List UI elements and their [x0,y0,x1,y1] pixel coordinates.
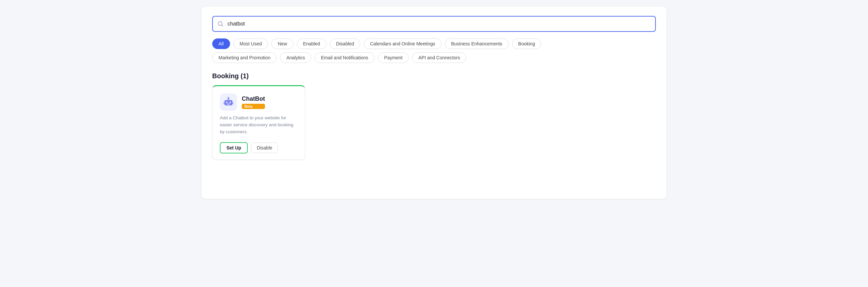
card-chatbot: ChatBot Beta Add a Chatbot to your websi… [212,85,305,160]
main-container: All Most Used New Enabled Disabled Calen… [202,7,666,199]
filter-btn-calendars[interactable]: Calendars and Online Meetings [364,38,441,49]
filter-btn-most-used[interactable]: Most Used [234,38,268,49]
filter-btn-business[interactable]: Business Enhancements [445,38,509,49]
filter-btn-payment[interactable]: Payment [378,52,409,63]
filter-row-1: All Most Used New Enabled Disabled Calen… [212,38,656,49]
card-title: ChatBot [242,96,265,102]
disable-button[interactable]: Disable [251,143,278,153]
cards-grid: ChatBot Beta Add a Chatbot to your websi… [212,85,656,160]
card-actions: Set Up Disable [220,142,298,153]
svg-point-7 [228,98,229,99]
setup-button[interactable]: Set Up [220,142,248,153]
svg-rect-2 [224,100,232,105]
svg-rect-4 [229,102,231,103]
filter-btn-enabled[interactable]: Enabled [297,38,327,49]
filter-btn-new[interactable]: New [271,38,293,49]
chatbot-icon [220,94,237,111]
svg-rect-8 [223,102,224,104]
svg-rect-3 [226,102,227,103]
filter-btn-disabled[interactable]: Disabled [330,38,360,49]
beta-badge: Beta [242,104,265,109]
filter-btn-booking[interactable]: Booking [512,38,541,49]
filter-row-2: Marketing and Promotion Analytics Email … [212,52,656,63]
search-icon [217,21,223,27]
filter-btn-analytics[interactable]: Analytics [280,52,311,63]
filter-btn-marketing[interactable]: Marketing and Promotion [212,52,277,63]
search-input[interactable] [212,16,656,32]
card-header: ChatBot Beta [220,94,298,111]
section-title: Booking (1) [212,72,656,80]
svg-line-1 [221,25,223,26]
filter-btn-all[interactable]: All [212,38,230,49]
filter-btn-email[interactable]: Email and Notifications [314,52,374,63]
svg-rect-5 [227,104,230,104]
card-title-area: ChatBot Beta [242,96,265,109]
search-container [212,16,656,32]
card-description: Add a Chatbot to your website for easier… [220,115,298,136]
filter-btn-api[interactable]: API and Connectors [412,52,466,63]
svg-rect-9 [232,102,234,104]
